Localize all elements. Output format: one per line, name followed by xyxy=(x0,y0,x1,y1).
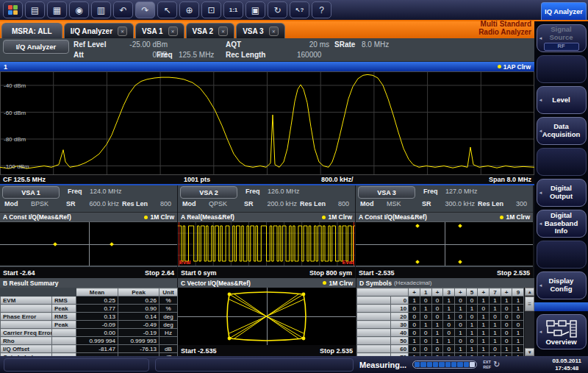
vsa-freq-value[interactable]: 124.0 MHz xyxy=(90,188,122,195)
print-icon[interactable]: ▥ xyxy=(91,1,111,18)
vsa-graph-3[interactable] xyxy=(356,221,533,266)
softkey-digital-baseband-info[interactable]: ◄DigitalBasebandInfo xyxy=(537,210,587,238)
vsa-mod-value[interactable]: BPSK xyxy=(31,200,49,207)
symbol-cell: 0 xyxy=(409,305,420,313)
symbol-cell: 0 xyxy=(420,337,431,345)
rec-length-value[interactable]: 160000 xyxy=(297,51,321,59)
srate-value[interactable]: 8.0 MHz xyxy=(362,40,389,49)
redo-icon[interactable]: ↷ xyxy=(135,1,155,18)
vector-iq-titlebar[interactable]: C Vector I/Q(Meas&Ref) 1M Clrw xyxy=(178,278,356,288)
tab-vsa-3[interactable]: VSA 3✕ xyxy=(236,23,285,38)
vsa-tab-button-3[interactable]: VSA 3 xyxy=(358,186,415,199)
symbols-titlebar[interactable]: D Symbols (Hexadecimal) xyxy=(356,278,534,288)
scroll-up-icon[interactable]: ▲ xyxy=(525,288,534,296)
softkey-overview[interactable]: ◄Overview xyxy=(537,314,587,349)
zoom-multi-icon[interactable]: ⊡ xyxy=(201,1,221,18)
tab-vsa-1[interactable]: VSA 1✕ xyxy=(135,23,184,38)
result-row-sub: RMS xyxy=(52,296,76,305)
symbols-left-blank xyxy=(357,329,391,337)
tab-close-icon[interactable]: ✕ xyxy=(269,26,279,36)
symbols-left-blank xyxy=(357,337,391,345)
softkey-notch-icon: ◄ xyxy=(539,221,543,227)
zoom-1to1-icon[interactable]: 1:1 xyxy=(223,1,243,18)
softkey-notch-icon: ◄ xyxy=(539,129,543,134)
vsa-reslen-value[interactable]: 800 xyxy=(329,200,349,207)
symbol-row-index: 60 xyxy=(390,345,409,353)
sweep-points: 1001 pts xyxy=(184,176,210,183)
softkey-display-config[interactable]: ◄DisplayConfig xyxy=(537,271,587,299)
softkey-digital-output[interactable]: ◄DigitalOutput xyxy=(537,179,587,207)
vsa-sr-value[interactable]: 300.0 kHz xyxy=(437,200,475,207)
vsa-graph-footer: Start -2.535Stop 2.535 xyxy=(356,267,533,278)
tab-close-icon[interactable]: ✕ xyxy=(118,26,127,36)
scrollbar-track[interactable] xyxy=(525,311,534,348)
vsa-reslen-value[interactable]: 300 xyxy=(506,200,527,207)
channel-button[interactable]: I/Q Analyzer xyxy=(3,40,69,54)
vsa-mod-value[interactable]: MSK xyxy=(387,200,401,207)
result-row: Peak-0.09-0.49deg xyxy=(1,321,178,329)
softkey-data-acquisition[interactable]: ◄DataAcquisition xyxy=(537,117,587,145)
vsa-sr-value[interactable]: 200.0 kHz xyxy=(259,200,297,207)
select-pointer-icon[interactable]: ↖ xyxy=(157,1,177,18)
ext-ref-indicator: EXT REF ↻ xyxy=(483,360,500,369)
result-row-name: I/Q Offset xyxy=(1,345,52,353)
screenshot-icon[interactable]: ◉ xyxy=(69,1,89,18)
active-channel-header[interactable]: IQ Analyzer xyxy=(541,2,587,20)
softkey-signal-source[interactable]: ◄SignalSourceRF xyxy=(537,24,587,52)
start-value: Start -2.535 xyxy=(181,347,217,355)
vsa-graph-1[interactable] xyxy=(0,221,177,266)
symbol-row-index: 10 xyxy=(390,305,409,313)
vsa-sr-value[interactable]: 600.0 kHz xyxy=(81,200,119,207)
sequencer-icon[interactable]: ↻ xyxy=(268,1,287,18)
symbol-cell: 1 xyxy=(443,305,455,313)
undo-icon[interactable]: ↶ xyxy=(113,1,133,18)
vsa-tab-button-1[interactable]: VSA 1 xyxy=(2,186,60,199)
result-header-mean: Mean xyxy=(76,288,118,296)
vsa-tab-button-2[interactable]: VSA 2 xyxy=(180,186,237,199)
spectrum-display[interactable]: -40 dBm-60 dBm-80 dBm-100 dBm xyxy=(0,71,534,175)
result-peak-value: -76.13 xyxy=(118,345,159,353)
open-file-icon[interactable]: ▤ xyxy=(25,1,45,18)
symbols-scrollbar[interactable]: ▲ ≡ ▼ xyxy=(525,288,534,356)
spectrum-footer: CF 125.5 MHz 1001 pts 800.0 kHz/ Span 8.… xyxy=(0,175,534,185)
tab-vsa-2[interactable]: VSA 2✕ xyxy=(186,23,235,38)
span-value[interactable]: Span 8.0 MHz xyxy=(489,176,531,183)
scroll-down-icon[interactable]: ▼ xyxy=(525,348,534,356)
vsa-freq-value[interactable]: 126.0 MHz xyxy=(268,188,300,195)
vsa-graph-2[interactable]: EvalEval xyxy=(178,221,355,266)
trace-label: 1M Clrw xyxy=(328,213,352,221)
vsa-freq-value[interactable]: 127.0 MHz xyxy=(445,188,478,195)
scrollbar-thumb[interactable]: ≡ xyxy=(525,296,534,311)
vsa-mod-value[interactable]: QPSK xyxy=(209,200,227,207)
y-axis-tick-label: -40 dBm xyxy=(4,82,26,89)
windows-logo[interactable] xyxy=(3,1,23,18)
result-summary-titlebar[interactable]: B Result Summary xyxy=(0,278,177,288)
ref-level-value[interactable]: -25.00 dBm xyxy=(109,40,168,49)
save-icon[interactable]: ▦ xyxy=(47,1,67,18)
vsa-graph-titlebar[interactable]: A Real(Meas&Ref)1M Clrw xyxy=(178,212,355,221)
center-frequency[interactable]: CF 125.5 MHz xyxy=(3,176,46,183)
display-icon[interactable]: ▣ xyxy=(245,1,265,18)
aqt-value[interactable]: 20 ms xyxy=(272,40,329,49)
result-summary-table: Mean Peak Unit EVMRMS0.250.26%Peak0.770.… xyxy=(0,288,178,361)
softkey-level[interactable]: ◄Level xyxy=(537,86,587,114)
tab-close-icon[interactable]: ✕ xyxy=(168,26,178,36)
mode-label: Multi Standard Radio Analyzer xyxy=(478,21,534,38)
eval-label-left: Eval xyxy=(179,259,190,266)
symbol-cell: 0 xyxy=(431,296,443,305)
vector-iq-graph[interactable] xyxy=(178,288,356,345)
tab-close-icon[interactable]: ✕ xyxy=(218,26,228,36)
spectrum-window-titlebar[interactable]: 1 1AP Clrw xyxy=(0,62,534,71)
zoom-rect-icon[interactable]: ⊕ xyxy=(179,1,199,18)
result-summary-title: B Result Summary xyxy=(3,280,59,287)
tab-msra-all[interactable]: MSRA: ALL xyxy=(1,23,62,38)
vsa-reslen-value[interactable]: 800 xyxy=(151,200,171,207)
vsa-graph-titlebar[interactable]: A Const I/Q(Meas&Ref)1M Clrw xyxy=(356,212,533,221)
vsa-graph-titlebar[interactable]: A Const I/Q(Meas&Ref)1M Clrw xyxy=(0,212,177,221)
freq-value[interactable]: 125.5 MHz xyxy=(179,51,214,59)
status-message-panel xyxy=(4,358,149,372)
tab-i-q-analyzer[interactable]: I/Q Analyzer✕ xyxy=(64,23,134,38)
symbols-row: 01001001111 xyxy=(357,296,524,305)
help-icon[interactable]: ? xyxy=(312,1,331,18)
context-help-icon[interactable]: ↖? xyxy=(290,1,309,18)
